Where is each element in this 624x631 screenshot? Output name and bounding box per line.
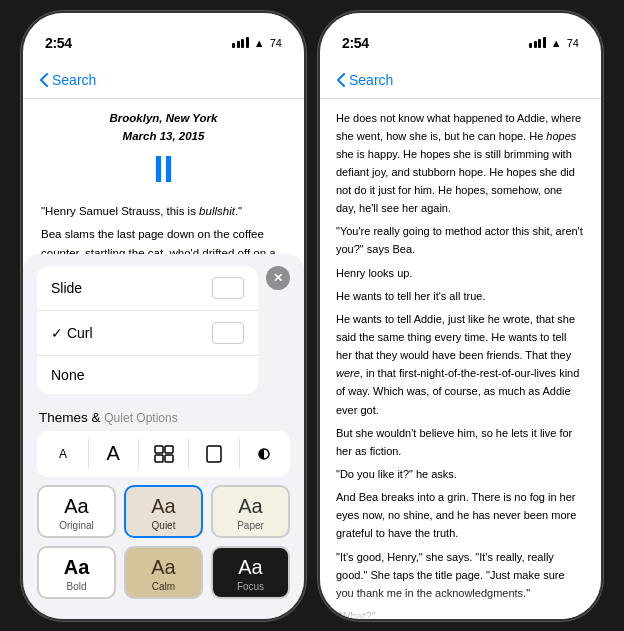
- slide-options: Slide ✓ Curl None: [37, 266, 258, 394]
- themes-grid: Aa Original Aa Quiet Aa Paper: [37, 485, 290, 599]
- right-para-7: "Do you like it?" he asks.: [336, 465, 585, 483]
- themes-header: Themes & Quiet Options: [37, 410, 290, 425]
- right-phone: 2:54 ▲ 74 Search He: [318, 11, 603, 621]
- chapter-number: II: [41, 148, 286, 191]
- left-nav-bar: Search: [23, 63, 304, 99]
- brightness-button[interactable]: [248, 439, 280, 469]
- right-para-5: He wants to tell Addie, just like he wro…: [336, 310, 585, 419]
- signal-bars-icon: [232, 37, 249, 48]
- left-battery: 74: [270, 37, 282, 49]
- font-divider: [88, 439, 89, 469]
- svg-rect-0: [155, 446, 163, 453]
- svg-rect-3: [165, 455, 173, 462]
- font-size-row: A A: [37, 431, 290, 477]
- left-status-icons: ▲ 74: [232, 37, 282, 49]
- right-status-icons: ▲ 74: [529, 37, 579, 49]
- right-para-2: "You're really going to method actor thi…: [336, 222, 585, 258]
- right-battery: 74: [567, 37, 579, 49]
- theme-original[interactable]: Aa Original: [37, 485, 116, 538]
- slide-icon: [212, 277, 244, 299]
- right-book-content: He does not know what happened to Addie,…: [320, 99, 601, 621]
- theme-quiet[interactable]: Aa Quiet: [124, 485, 203, 538]
- font-divider-4: [239, 439, 240, 469]
- svg-rect-1: [165, 446, 173, 453]
- font-increase-button[interactable]: A: [97, 439, 129, 469]
- slide-option-none[interactable]: None: [37, 356, 258, 394]
- right-para-8: And Bea breaks into a grin. There is no …: [336, 488, 585, 542]
- left-back-button[interactable]: Search: [39, 72, 96, 88]
- phones-container: 2:54 ▲ 74 Search: [11, 1, 613, 631]
- right-para-1: He does not know what happened to Addie,…: [336, 109, 585, 218]
- right-wifi-icon: ▲: [551, 37, 562, 49]
- font-decrease-button[interactable]: A: [47, 439, 79, 469]
- themes-title: Themes & Quiet Options: [39, 410, 178, 425]
- font-divider-2: [138, 439, 139, 469]
- right-back-button[interactable]: Search: [336, 72, 393, 88]
- slide-option-slide[interactable]: Slide: [37, 266, 258, 311]
- left-status-bar: 2:54 ▲ 74: [23, 13, 304, 63]
- theme-bold[interactable]: Aa Bold: [37, 546, 116, 599]
- right-nav-bar: Search: [320, 63, 601, 99]
- right-para-9: "It's good, Henry," she says. "It's real…: [336, 548, 585, 602]
- slide-option-curl[interactable]: ✓ Curl: [37, 311, 258, 356]
- right-para-4: He wants to tell her it's all true.: [336, 287, 585, 305]
- right-signal-bars-icon: [529, 37, 546, 48]
- book-paragraph-1: "Henry Samuel Strauss, this is bullshit.…: [41, 202, 286, 221]
- book-header: Brooklyn, New York March 13, 2015 II: [41, 109, 286, 192]
- wifi-icon: ▲: [254, 37, 265, 49]
- book-location: Brooklyn, New York March 13, 2015: [41, 109, 286, 147]
- svg-rect-2: [155, 455, 163, 462]
- svg-point-6: [259, 449, 269, 459]
- curl-icon: [212, 322, 244, 344]
- close-button[interactable]: ✕: [266, 266, 290, 290]
- right-para-6: But she wouldn't believe him, so he lets…: [336, 424, 585, 460]
- right-time: 2:54: [342, 35, 369, 51]
- theme-calm[interactable]: Aa Calm: [124, 546, 203, 599]
- left-phone: 2:54 ▲ 74 Search: [21, 11, 306, 621]
- svg-rect-4: [207, 446, 221, 462]
- right-status-bar: 2:54 ▲ 74: [320, 13, 601, 63]
- font-layout-button[interactable]: [148, 439, 180, 469]
- font-divider-3: [188, 439, 189, 469]
- theme-paper[interactable]: Aa Paper: [211, 485, 290, 538]
- overlay-panel: Slide ✓ Curl None ✕ Themes & Quiet Optio…: [23, 254, 304, 619]
- font-page-button[interactable]: [198, 439, 230, 469]
- left-time: 2:54: [45, 35, 72, 51]
- right-para-10: "What?": [336, 607, 585, 620]
- theme-focus[interactable]: Aa Focus: [211, 546, 290, 599]
- right-para-3: Henry looks up.: [336, 264, 585, 282]
